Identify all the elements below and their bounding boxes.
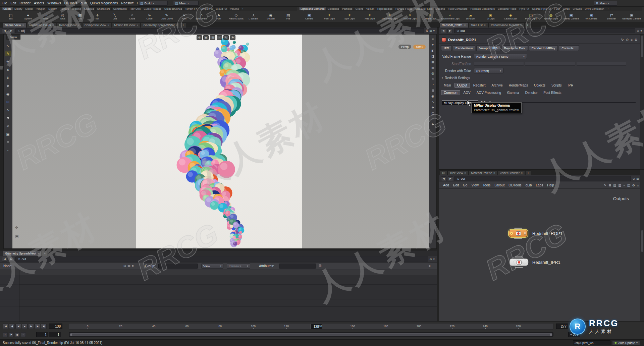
close-icon[interactable]: × [520, 23, 522, 27]
close-icon[interactable]: × [38, 252, 39, 255]
shelf-tab-fem[interactable]: FEM [553, 7, 561, 10]
param-subtab-common[interactable]: Common [441, 90, 460, 95]
shelf-tab-simple-fx[interactable]: Simple FX [199, 7, 215, 10]
close-icon[interactable]: × [493, 171, 495, 175]
shelf-tab-add[interactable]: + [241, 7, 246, 10]
update-mode-select[interactable]: Auto Update ▾ [612, 340, 640, 346]
shelf-tool-sky-light[interactable]: ☁Sky Light [461, 11, 481, 22]
timeline-ruler[interactable]: 138 020406080100120140160180200220240260 [69, 323, 553, 330]
stop-button[interactable]: ■ [22, 324, 28, 329]
path-field[interactable]: ⊙ out [15, 256, 428, 262]
shelf-tab-oceans[interactable]: Oceans [434, 7, 447, 10]
detail-icon[interactable]: ≡ [132, 264, 134, 268]
global-range-start-field[interactable]: 1 [36, 332, 48, 337]
shelf-tab-hair-utils[interactable]: Hair Utils [128, 7, 142, 10]
grid-icon[interactable]: ⊞ [5, 99, 11, 105]
options-toggle[interactable]: ≡ [21, 332, 26, 337]
render-flag-icon[interactable] [510, 232, 513, 235]
list-icon[interactable]: ≡ [623, 183, 625, 187]
shelf-tab-characters[interactable]: Characters [96, 7, 112, 10]
range-bar[interactable] [70, 333, 552, 336]
param-tab-scripts[interactable]: Scripts [549, 83, 565, 88]
gs-tab-add[interactable]: + [42, 251, 48, 256]
param-tab-rendermaps[interactable]: RenderMaps [506, 83, 531, 88]
shelf-tab-volume[interactable]: Volume [229, 7, 241, 10]
param-tab-archive[interactable]: Archive [489, 83, 505, 88]
rotate-icon[interactable]: ↻ [5, 67, 11, 72]
pane-tab-animation-editor[interactable]: Animation Editor× [26, 22, 56, 27]
lasso-icon[interactable]: ∿ [5, 107, 11, 113]
shelf-tab-fluid-containers[interactable]: Fluid Containers [446, 7, 469, 10]
rpane-tab-performance-monitor[interactable]: Performance Monitor× [488, 22, 524, 27]
menu-assets[interactable]: Assets [32, 0, 46, 6]
shelf-tab-collisions[interactable]: Collisions [326, 7, 341, 10]
layers-icon[interactable]: ▤ [431, 66, 434, 69]
shelf-tool-gi-light[interactable]: ◉GI Light [481, 11, 501, 22]
scrollbar[interactable] [640, 170, 644, 321]
refresh-icon[interactable]: ↻ [621, 38, 624, 42]
persp-badge[interactable]: Persp [398, 45, 411, 49]
scrollbar-thumb[interactable] [641, 230, 643, 252]
cross-icon[interactable]: ✛ [197, 35, 202, 40]
jump-start-button[interactable]: |◀ [3, 324, 8, 329]
curve-icon[interactable]: ∿ [432, 100, 434, 104]
shelf-tool-geometry-light[interactable]: ☀Geometry Light [380, 11, 400, 22]
param-tab-redshift[interactable]: Redshift [471, 83, 488, 88]
shelf-tab-particles[interactable]: Particles [341, 7, 354, 10]
node-output-connector[interactable] [515, 267, 523, 268]
shelf-tool-grid[interactable]: ▦Grid [71, 11, 89, 22]
dot-icon[interactable]: ◦ [5, 147, 11, 153]
node-label[interactable]: Redshift_IPR1 [532, 260, 560, 265]
shelf-tab-terrain-fx[interactable]: Terrain FX [184, 7, 199, 10]
close-icon[interactable]: × [52, 23, 54, 27]
shelf-tool-draw-curve[interactable]: ✎Draw Curve [158, 11, 175, 22]
network-canvas[interactable]: Outputs Redshift_ROP1 Redshift_IPR1 [439, 189, 640, 321]
gem-icon[interactable]: ❖ [431, 106, 434, 109]
grid-icon[interactable]: ⊞ [636, 177, 639, 180]
shelf-tab-drive-simulation[interactable]: Drive Simulation [583, 7, 606, 10]
forward-button[interactable]: ▶ [9, 257, 14, 262]
menu-render[interactable]: Render [18, 0, 32, 6]
render-to-disk-button[interactable]: Render to Disk [501, 45, 528, 51]
chevron-down-icon[interactable]: ▾ [433, 257, 435, 261]
node-name-field[interactable]: Redshift_ROP1 [448, 38, 476, 42]
pane-tab-motion-fx-view[interactable]: Motion FX View× [112, 22, 141, 27]
param-subtab-post-effects[interactable]: Post Effects [541, 90, 564, 95]
snap-icon[interactable]: ◉ [5, 91, 11, 97]
gs-tab-geometry-spreadsheet[interactable]: Geometry Spreadsheet× [3, 251, 42, 256]
close-icon[interactable]: × [22, 23, 24, 27]
current-frame-field[interactable]: 138 [49, 324, 62, 329]
shade-left-icon[interactable]: ◧ [431, 49, 434, 52]
rpane-tab-redshift-rop1[interactable]: Redshift_ROP1× [439, 22, 468, 27]
param-subtab-gamma[interactable]: Gamma [504, 90, 522, 95]
shelf-tool-torus[interactable]: ◎Torus [54, 11, 71, 22]
scale-icon[interactable]: ⇕ [5, 75, 11, 80]
menu-icon[interactable]: ≡ [631, 38, 633, 42]
path-field[interactable]: ⊙ out [454, 176, 631, 181]
light-toggle-icon[interactable]: ☀ [431, 77, 434, 81]
close-icon[interactable]: × [521, 171, 523, 175]
shelf-tab-grains[interactable]: Grains [354, 7, 365, 10]
back-button[interactable]: ◀ [2, 28, 7, 33]
scrollbar-thumb[interactable] [641, 36, 643, 57]
shelf-tool-file[interactable]: ▤File [279, 11, 297, 22]
shade-right-icon[interactable]: ◨ [431, 54, 434, 58]
rows-icon[interactable]: ▤ [613, 183, 616, 187]
param-subtab-denoise[interactable]: Denoise [523, 90, 540, 95]
menu-redshift[interactable]: Redshift [119, 0, 135, 6]
shelf-tool-environment-light[interactable]: ◐Environment Light [440, 11, 460, 22]
shelf-tab-muscles[interactable]: Muscles [83, 7, 96, 10]
pin-icon[interactable]: ⊙ [637, 29, 639, 33]
shelf-tool-circle[interactable]: ○Circle [123, 11, 141, 22]
frame-icon[interactable]: ▢ [431, 111, 434, 115]
desktop-switcher[interactable]: ⊞ Main ▾ [594, 1, 617, 6]
shelf-tab-modify[interactable]: Modify [13, 7, 24, 10]
back-button[interactable]: ◀ [441, 176, 446, 181]
close-icon[interactable]: × [464, 23, 466, 27]
net-menu-go[interactable]: Go [461, 183, 469, 187]
playback-range-slider[interactable] [69, 332, 553, 337]
chevron-down-icon[interactable]: ▾ [640, 29, 642, 33]
shelf-tool-camera[interactable]: ▣Camera [299, 11, 319, 22]
prims-icon[interactable]: ▤ [127, 264, 130, 268]
spreadsheet-table[interactable] [0, 270, 437, 322]
